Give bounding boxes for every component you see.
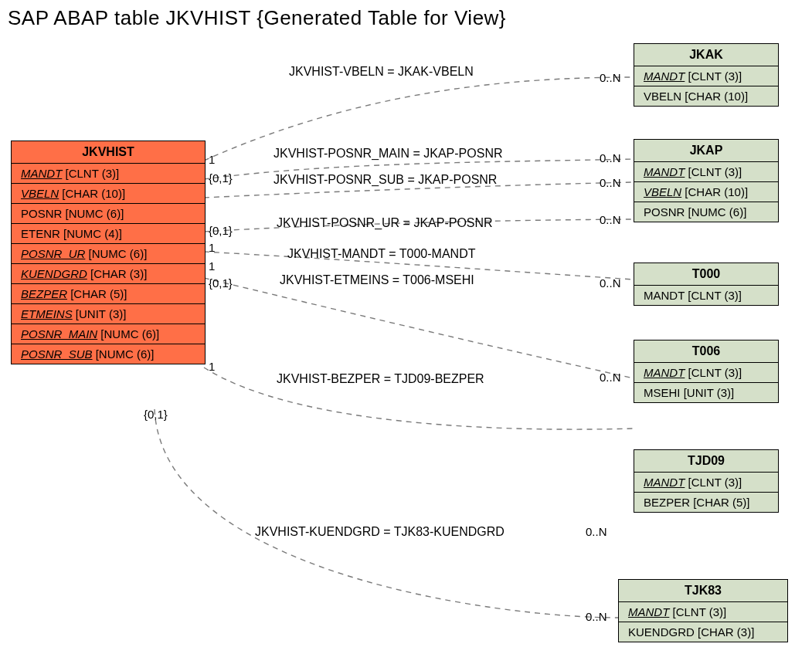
field-row: MANDT [CLNT (3)] [634, 66, 778, 86]
field-row: MSEHI [UNIT (3)] [634, 383, 778, 402]
field-row: VBELN [CHAR (10)] [12, 184, 205, 204]
entity-t000: T000MANDT [CLNT (3)] [634, 263, 779, 306]
left-cardinality: {0,1} [144, 408, 168, 421]
relation-label: JKVHIST-POSNR_SUB = JKAP-POSNR [273, 173, 497, 187]
right-cardinality: 0..N [600, 71, 621, 84]
field-row: MANDT [CLNT (3)] [634, 473, 778, 493]
relation-label: JKVHIST-BEZPER = TJD09-BEZPER [277, 372, 484, 386]
right-cardinality: 0..N [600, 371, 621, 384]
field-row: POSNR_MAIN [NUMC (6)] [12, 324, 205, 344]
entity-jkap: JKAPMANDT [CLNT (3)]VBELN [CHAR (10)]POS… [634, 139, 779, 222]
field-row: MANDT [CLNT (3)] [12, 164, 205, 184]
field-row: ETENR [NUMC (4)] [12, 224, 205, 244]
entity-jkak: JKAKMANDT [CLNT (3)]VBELN [CHAR (10)] [634, 43, 779, 107]
relation-label: JKVHIST-MANDT = T000-MANDT [287, 247, 475, 261]
left-cardinality: 1 [209, 259, 215, 273]
left-cardinality: {0,1} [209, 276, 233, 290]
entity-jkvhist-header: JKVHIST [12, 141, 205, 164]
left-cardinality: 1 [209, 360, 215, 373]
right-cardinality: 0..N [600, 213, 621, 226]
right-cardinality: 0..N [586, 525, 607, 538]
relation-label: JKVHIST-POSNR_MAIN = JKAP-POSNR [273, 147, 503, 161]
right-cardinality: 0..N [600, 151, 621, 164]
right-cardinality: 0..N [586, 610, 607, 623]
diagram-canvas: SAP ABAP table JKVHIST {Generated Table … [0, 0, 812, 664]
left-cardinality: 1 [209, 153, 215, 166]
field-row: ETMEINS [UNIT (3)] [12, 304, 205, 324]
left-cardinality: {0,1} [209, 224, 233, 237]
field-row: POSNR [NUMC (6)] [12, 204, 205, 224]
field-row: VBELN [CHAR (10)] [634, 86, 778, 106]
field-row: BEZPER [CHAR (5)] [12, 284, 205, 304]
left-cardinality: 1 [209, 241, 215, 254]
field-row: POSNR_UR [NUMC (6)] [12, 244, 205, 264]
entity-t006: T006MANDT [CLNT (3)]MSEHI [UNIT (3)] [634, 340, 779, 403]
relation-label: JKVHIST-ETMEINS = T006-MSEHI [280, 273, 474, 287]
field-row: KUENDGRD [CHAR (3)] [619, 622, 787, 642]
right-cardinality: 0..N [600, 176, 621, 189]
field-row: MANDT [CLNT (3)] [634, 162, 778, 182]
entity-tjk83: TJK83MANDT [CLNT (3)]KUENDGRD [CHAR (3)] [618, 579, 788, 642]
relation-label: JKVHIST-POSNR_UR = JKAP-POSNR [277, 216, 493, 230]
entity-tjd09: TJD09MANDT [CLNT (3)]BEZPER [CHAR (5)] [634, 449, 779, 513]
field-row: KUENDGRD [CHAR (3)] [12, 264, 205, 284]
field-row: POSNR_SUB [NUMC (6)] [12, 344, 205, 364]
entity-jkvhist: JKVHIST MANDT [CLNT (3)]VBELN [CHAR (10)… [11, 141, 206, 364]
diagram-title: SAP ABAP table JKVHIST {Generated Table … [8, 6, 506, 30]
relation-label: JKVHIST-VBELN = JKAK-VBELN [289, 65, 474, 79]
field-row: BEZPER [CHAR (5)] [634, 493, 778, 512]
field-row: MANDT [CLNT (3)] [634, 286, 778, 305]
left-cardinality: {0,1} [209, 171, 233, 185]
right-cardinality: 0..N [600, 276, 621, 290]
field-row: POSNR [NUMC (6)] [634, 202, 778, 222]
field-row: VBELN [CHAR (10)] [634, 182, 778, 202]
field-row: MANDT [CLNT (3)] [634, 363, 778, 383]
relation-label: JKVHIST-KUENDGRD = TJK83-KUENDGRD [255, 525, 505, 539]
field-row: MANDT [CLNT (3)] [619, 602, 787, 622]
